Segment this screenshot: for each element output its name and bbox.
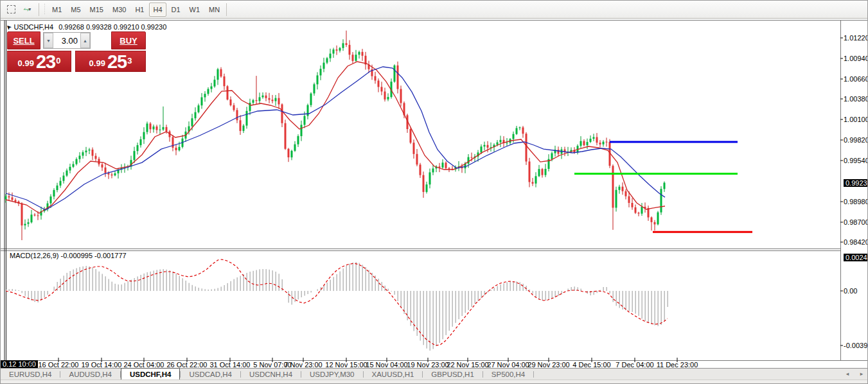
tab-scroll-right-button[interactable]: ▸ (855, 368, 868, 380)
candle-body (538, 169, 540, 176)
macd-histogram-bar (472, 291, 472, 307)
tab-usdcad[interactable]: USDCAD,H4 (181, 369, 240, 380)
macd-axis-label: 0.00 (844, 287, 857, 295)
tab-eurusd[interactable]: EURUSD,H4 (1, 369, 60, 380)
macd-histogram-bar (404, 291, 405, 314)
candle-body (233, 105, 235, 110)
macd-histogram-bar (635, 291, 636, 314)
macd-histogram-bar (417, 291, 418, 336)
macd-histogram-bar (420, 291, 421, 341)
macd-histogram-bar (67, 273, 67, 291)
macd-histogram-bar (35, 291, 35, 302)
candle-body (53, 190, 55, 196)
macd-histogram-bar (263, 269, 263, 291)
lot-increase-button[interactable]: ▲ (80, 33, 90, 48)
tab-usdcnh[interactable]: USDCNH,H4 (241, 369, 301, 380)
macd-histogram-bar (57, 282, 58, 291)
candle-body (612, 166, 614, 207)
macd-histogram-bar (221, 287, 222, 292)
tab-sp500[interactable]: SP500,H4 (483, 369, 533, 380)
tab-usdchf[interactable]: USDCHF,H4 (121, 368, 181, 380)
lot-size-stepper: ▼ ▲ (43, 32, 91, 49)
chart-title-row: ➤ USDCHF,H4 0.99268 0.99328 0.99210 0.99… (6, 23, 166, 31)
candle-body (326, 58, 328, 63)
tab-audusd[interactable]: AUDUSD,H4 (60, 369, 120, 380)
candle-body (31, 214, 33, 222)
macd-histogram-bar (607, 287, 607, 291)
timeframe-button-m1[interactable]: M1 (48, 3, 66, 17)
macd-histogram-bar (411, 291, 411, 326)
tab-scroll-left-button[interactable]: ◂ (841, 368, 854, 380)
candle-body (230, 100, 232, 105)
macd-histogram-bar (603, 287, 604, 291)
candle-body (481, 146, 483, 152)
tab-gbpusd[interactable]: GBPUSD,H1 (423, 369, 482, 380)
macd-histogram-bar (202, 288, 202, 291)
macd-histogram-bar (192, 285, 193, 291)
macd-histogram-bar (520, 283, 520, 292)
timeframe-button-w1[interactable]: W1 (186, 3, 204, 17)
macd-histogram-bar (526, 286, 527, 291)
timeframe-button-d1[interactable]: D1 (168, 3, 184, 17)
timeframe-button-mn[interactable]: MN (205, 3, 224, 17)
timeframe-button-h4[interactable]: H4 (149, 3, 166, 17)
macd-histogram-bar (658, 291, 659, 326)
candle-body (281, 105, 283, 123)
timeframe-button-m30[interactable]: M30 (109, 3, 130, 17)
candle-body (118, 170, 120, 173)
bid-price-big: 23 (36, 53, 55, 70)
candle-body (593, 137, 595, 139)
macd-histogram-bar (99, 272, 100, 291)
tile-windows-icon[interactable]: ⥌▾ (20, 3, 35, 17)
timeframe-button-m15[interactable]: M15 (86, 3, 107, 17)
ask-quote[interactable]: 0.99 25 3 (75, 51, 146, 72)
candle-body (333, 49, 335, 53)
macd-histogram-bar (182, 278, 183, 291)
candle-body (236, 110, 238, 120)
macd-histogram-bar (549, 291, 549, 300)
ask-price-big: 25 (107, 53, 127, 70)
timeframe-button-h1[interactable]: H1 (131, 3, 148, 17)
candle-body (63, 176, 65, 181)
macd-histogram-bar (446, 291, 447, 335)
candle-body (420, 164, 421, 175)
candle-body (307, 105, 309, 116)
candle-body (641, 207, 643, 214)
buy-button[interactable]: BUY (111, 31, 146, 49)
candle-body (224, 76, 226, 86)
lot-decrease-button[interactable]: ▼ (44, 33, 53, 48)
candle-body (195, 112, 197, 119)
candle-body (554, 150, 556, 153)
candle-body (102, 164, 103, 168)
lot-size-input[interactable] (53, 33, 80, 48)
bid-quote[interactable]: 0.99 23 0 (7, 51, 71, 72)
macd-histogram-bar (462, 291, 463, 316)
candle-body (317, 75, 319, 84)
macd-histogram-bar (112, 282, 112, 291)
macd-histogram-bar (587, 291, 588, 294)
macd-histogram-bar (22, 291, 22, 293)
candle-body (330, 54, 332, 58)
candle-body (526, 134, 527, 161)
macd-histogram-bar (166, 270, 167, 291)
macd-histogram-bar (616, 291, 617, 306)
candle-body (423, 175, 425, 192)
sell-button[interactable]: SELL (7, 31, 40, 49)
candle-body (153, 127, 155, 129)
timeframe-button-m5[interactable]: M5 (67, 3, 84, 17)
candle-body (384, 92, 386, 100)
candle-body (474, 157, 476, 158)
selection-box-icon[interactable] (3, 3, 19, 17)
candle-body (365, 56, 367, 65)
candle-body (240, 120, 242, 131)
macd-histogram-bar (298, 291, 299, 299)
tab-usdjpy[interactable]: USDJPY,M30 (301, 369, 362, 380)
tab-xauusd[interactable]: XAUUSD,H1 (364, 369, 423, 380)
candle-body (477, 152, 479, 156)
candle-body (410, 129, 412, 143)
macd-histogram-bar (401, 291, 402, 308)
macd-histogram-bar (552, 291, 553, 299)
macd-histogram-bar (359, 263, 360, 291)
candle-body (34, 214, 36, 215)
macd-histogram-bar (568, 289, 569, 292)
